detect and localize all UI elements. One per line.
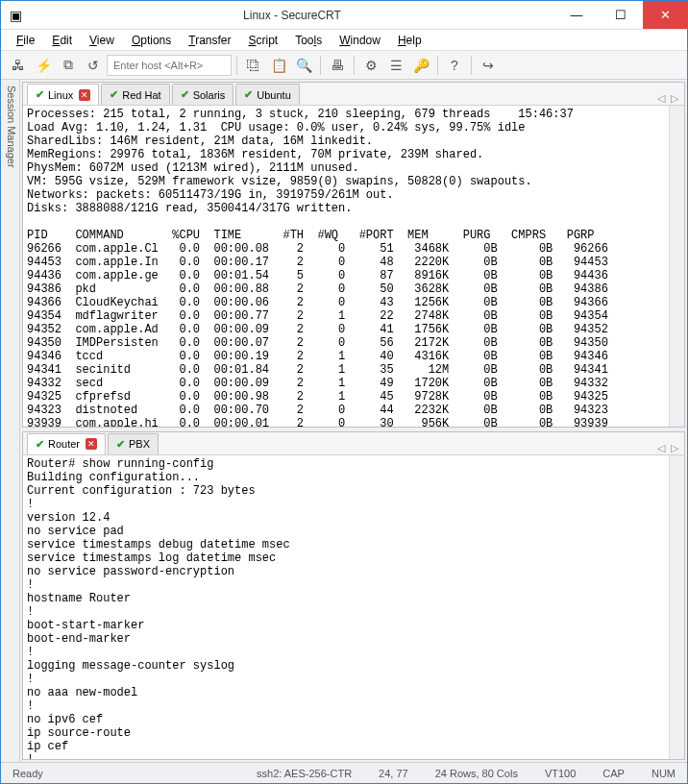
reconnect-icon[interactable]: ↺ [82, 54, 105, 77]
tab-nav: ◁▷ [657, 92, 684, 105]
menu-script[interactable]: Script [241, 32, 286, 49]
tab-label: PBX [129, 438, 150, 450]
separator [471, 56, 472, 75]
menu-window[interactable]: Window [332, 32, 388, 49]
status-ready: Ready [5, 768, 51, 779]
quick-connect-icon[interactable]: ⚡ [32, 54, 55, 77]
tab-next-icon[interactable]: ▷ [671, 442, 678, 454]
tab-linux[interactable]: ✔Linux✕ [27, 84, 99, 105]
status-cipher: ssh2: AES-256-CTR [249, 768, 359, 779]
menu-options[interactable]: Options [124, 32, 179, 49]
find-icon[interactable]: 🔍 [292, 54, 315, 77]
status-term: VT100 [537, 768, 583, 779]
menu-help[interactable]: Help [390, 32, 430, 49]
main-area: Session Manager ✔Linux✕✔Red Hat✔Solaris✔… [1, 80, 687, 762]
connect-tab-icon[interactable]: ⧉ [57, 54, 80, 77]
terminal-wrap: Processes: 215 total, 2 running, 3 stuck… [23, 106, 684, 427]
check-icon: ✔ [110, 88, 118, 101]
session-options-icon[interactable]: ☰ [384, 54, 407, 77]
tab-router[interactable]: ✔Router✕ [27, 433, 106, 454]
scrollbar[interactable] [669, 455, 684, 759]
tab-close-icon[interactable]: ✕ [86, 438, 97, 450]
status-size: 24 Rows, 80 Cols [428, 768, 526, 779]
separator [320, 56, 321, 75]
tab-label: Red Hat [122, 89, 160, 101]
tab-next-icon[interactable]: ▷ [671, 92, 678, 105]
tabbar-top: ✔Linux✕✔Red Hat✔Solaris✔Ubuntu◁▷ [23, 83, 684, 106]
terminal-top[interactable]: Processes: 215 total, 2 running, 3 stuck… [23, 106, 669, 427]
tab-prev-icon[interactable]: ◁ [657, 442, 665, 454]
minimize-button[interactable]: — [554, 1, 599, 29]
window-controls: — ☐ ✕ [554, 1, 687, 29]
statusbar: Ready ssh2: AES-256-CTR 24, 77 24 Rows, … [1, 762, 687, 783]
maximize-button[interactable]: ☐ [599, 1, 643, 29]
options-icon[interactable]: ⚙ [359, 54, 382, 77]
menu-view[interactable]: View [82, 32, 122, 49]
menu-tools[interactable]: Tools [287, 32, 330, 49]
tab-label: Linux [48, 89, 73, 101]
host-input[interactable] [107, 55, 232, 76]
status-cap: CAP [595, 768, 632, 779]
check-icon: ✔ [181, 88, 189, 101]
tabbar-bottom: ✔Router✕✔PBX◁▷ [23, 432, 684, 455]
check-icon: ✔ [116, 438, 125, 451]
terminal-wrap: Router# show running-config Building con… [23, 455, 684, 759]
window-title: Linux - SecureCRT [30, 9, 554, 22]
tab-label: Router [48, 438, 80, 450]
print-icon[interactable]: 🖶 [326, 54, 349, 77]
close-button[interactable]: ✕ [643, 1, 687, 29]
titlebar: ▣ Linux - SecureCRT — ☐ ✕ [1, 1, 687, 30]
pane-top: ✔Linux✕✔Red Hat✔Solaris✔Ubuntu◁▷ Process… [22, 82, 685, 428]
connect-icon[interactable]: 🖧 [7, 54, 30, 77]
menu-edit[interactable]: Edit [44, 32, 80, 49]
key-icon[interactable]: 🔑 [409, 54, 432, 77]
app-icon: ▣ [1, 8, 30, 23]
tab-prev-icon[interactable]: ◁ [657, 92, 665, 105]
tab-pbx[interactable]: ✔PBX [108, 433, 159, 454]
scrollbar[interactable] [669, 106, 684, 427]
session-manager-sidebar[interactable]: Session Manager [1, 80, 20, 762]
tab-close-icon[interactable]: ✕ [79, 89, 90, 101]
menu-transfer[interactable]: Transfer [181, 32, 238, 49]
paste-icon[interactable]: 📋 [267, 54, 290, 77]
separator [236, 56, 237, 75]
help-icon[interactable]: ? [443, 54, 466, 77]
check-icon: ✔ [36, 438, 44, 451]
separator [354, 56, 355, 75]
status-cursor: 24, 77 [371, 768, 416, 779]
separator [437, 56, 438, 75]
copy-icon[interactable]: ⿻ [242, 54, 265, 77]
check-icon: ✔ [36, 88, 44, 101]
menu-file[interactable]: File [9, 32, 42, 49]
tab-ubuntu[interactable]: ✔Ubuntu [235, 84, 299, 105]
menubar: File Edit View Options Transfer Script T… [1, 30, 687, 51]
terminal-bottom[interactable]: Router# show running-config Building con… [23, 455, 669, 759]
tab-solaris[interactable]: ✔Solaris [172, 84, 234, 105]
tab-nav: ◁▷ [657, 442, 684, 454]
tab-label: Ubuntu [257, 89, 290, 101]
tab-label: Solaris [193, 89, 226, 101]
pane-bottom: ✔Router✕✔PBX◁▷ Router# show running-conf… [22, 431, 685, 760]
new-icon[interactable]: ↪ [477, 54, 500, 77]
toolbar: 🖧 ⚡ ⧉ ↺ ⿻ 📋 🔍 🖶 ⚙ ☰ 🔑 ? ↪ [1, 51, 687, 80]
check-icon: ✔ [244, 88, 253, 101]
panes: ✔Linux✕✔Red Hat✔Solaris✔Ubuntu◁▷ Process… [20, 80, 687, 762]
status-num: NUM [644, 768, 683, 779]
tab-red-hat[interactable]: ✔Red Hat [101, 84, 169, 105]
